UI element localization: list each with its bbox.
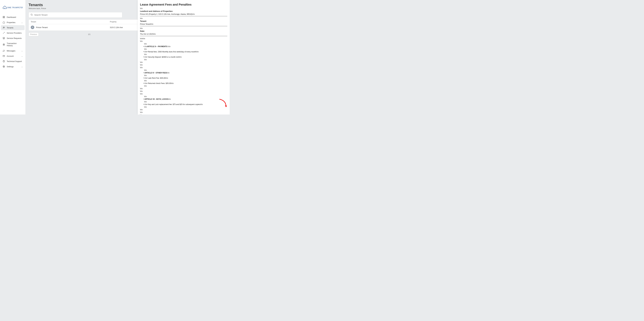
svg-marker-7: [3, 37, 5, 38]
svg-rect-4: [4, 17, 5, 18]
doc-text: \r\n: [140, 108, 227, 111]
previous-button[interactable]: Previous: [28, 32, 39, 36]
lease-agreement-panel: Lease Agreement Fees and Penalties \r\n …: [138, 0, 230, 115]
tenant-name: Prince Tenant: [36, 26, 48, 28]
svg-point-12: [4, 66, 4, 67]
sidebar: OME TRUMPETER Dashboard Properties ⌄ Ten…: [0, 0, 26, 115]
home-icon: [3, 21, 5, 23]
doc-text: \r\n: [140, 42, 227, 45]
card-icon: [3, 55, 5, 57]
users-icon: [3, 26, 5, 29]
nav-label: Dashboard: [7, 16, 16, 18]
nav-requests[interactable]: Service Requests: [1, 36, 24, 41]
doc-text: \r\n: [140, 111, 227, 114]
search-input[interactable]: [34, 14, 120, 16]
article-7-line: • \r\n• Key and Lock replacement fee: $7…: [140, 103, 227, 106]
doc-text: \r\n: [140, 27, 227, 29]
nav-label: Messages: [7, 50, 16, 52]
doc-text: \r\n: [140, 87, 227, 90]
nav-tenants[interactable]: Tenants: [1, 25, 24, 30]
nav-label: Technical Support: [7, 60, 22, 62]
doc-text: \r\n: [140, 93, 227, 95]
nav-label: Account: [7, 55, 14, 57]
search-box[interactable]: [28, 12, 122, 18]
doc-text: \r\n: [140, 66, 227, 69]
nav-providers[interactable]: Service Providers: [1, 30, 24, 35]
doc-text: \r\n: [140, 17, 227, 19]
nav-history[interactable]: Transaction History: [1, 41, 24, 48]
nav-settings[interactable]: Settings ⌄: [1, 64, 24, 69]
doc-text: \r\n: [140, 7, 227, 9]
article-4-heading: • ARTICLE IV - OTHER FEES\r\n: [140, 71, 227, 74]
panel-title: Lease Agreement Fees and Penalties: [140, 3, 227, 6]
tenant-label: Tenant:: [140, 20, 227, 22]
chevron-down-icon: ⌄: [21, 50, 23, 52]
doc-text: \r\n: [140, 79, 227, 82]
svg-rect-1: [3, 16, 4, 17]
brand-logo: OME TRUMPETER: [0, 3, 26, 15]
tenant-value: Prince Tenant\r\n: [140, 22, 227, 26]
dashboard-icon: [3, 16, 5, 18]
search-icon: [30, 13, 33, 16]
nav-support[interactable]: Technical Support: [1, 59, 24, 64]
support-icon: [3, 60, 5, 62]
article-4-line: • \r\n• Late Rent Fee: $35.00\r\n: [140, 77, 227, 79]
svg-point-6: [4, 27, 4, 28]
pagination: Previous 1/1: [28, 32, 140, 36]
date-value: Thu Oct 12 2023\r\n: [140, 32, 227, 36]
chevron-down-icon: ⌄: [21, 65, 23, 68]
nav-label: Properties: [7, 21, 16, 23]
brand-text: OME TRUMPETER: [7, 6, 23, 9]
date-label: Date:: [140, 30, 227, 32]
doc-text: \r\n\r\n: [140, 37, 227, 40]
doc-text: \r\n: [140, 95, 227, 98]
wrench-icon: [3, 32, 5, 34]
article-2-line: • \r\n• Security Deposit: $2600 or a mon…: [140, 56, 227, 58]
svg-rect-8: [3, 55, 5, 57]
nav-list: Dashboard Properties ⌄ Tenants Service P…: [0, 15, 26, 69]
svg-rect-3: [3, 17, 4, 18]
svg-point-15: [32, 27, 33, 27]
doc-text: \r\n: [140, 85, 227, 87]
nav-properties[interactable]: Properties ⌄: [1, 20, 24, 25]
bank-icon: [3, 43, 5, 46]
message-icon: [3, 50, 5, 52]
chevron-down-icon: ⌄: [21, 21, 23, 23]
nav-label: Service Providers: [7, 32, 22, 34]
nav-messages[interactable]: Messages ⌄: [1, 48, 24, 53]
svg-point-13: [31, 14, 32, 15]
article-4-line: • \r\n• Returned check Fees: $35.00\r\n: [140, 82, 227, 85]
article-2-line: • \r\n• Rental fees: 2500 Monthly dues f…: [140, 50, 227, 53]
col-tenant-header: Tenant: [31, 21, 110, 23]
doc-text: \r\n: [140, 114, 227, 115]
doc-text: \r\n: [140, 106, 227, 108]
nav-account[interactable]: Account ⌄: [1, 53, 24, 58]
nav-dashboard[interactable]: Dashboard: [1, 15, 24, 20]
svg-point-5: [3, 27, 4, 28]
article-2-heading: • \r\nARTICLE II – PAYMENTS \r\n: [140, 45, 227, 48]
doc-text: \r\n: [140, 100, 227, 103]
avatar: [31, 26, 34, 29]
doc-text: \r\n: [140, 90, 227, 93]
doc-text: \r\n: [140, 48, 227, 50]
doc-text: \r\n: [140, 69, 227, 71]
page-info: 1/1: [39, 33, 140, 35]
article-7-heading: • ARTICLE VII - KEYS; LOCKS\r\n: [140, 98, 227, 100]
doc-text: \r\n: [140, 58, 227, 61]
nav-label: Settings: [7, 65, 14, 68]
nav-label: Service Requests: [7, 37, 22, 39]
svg-line-14: [32, 15, 32, 15]
landlord-value: Prince HO (Property 2, 315 E 12th Ave, A…: [140, 12, 227, 16]
gear-icon: [3, 65, 5, 68]
doc-text: \r\n: [140, 40, 227, 42]
doc-text: \r\n: [140, 74, 227, 77]
document-body: \r\n\r\n \r\n \r\n • \r\nARTICLE II – PA…: [140, 37, 227, 115]
landlord-label: Landlord and Address of Properties:: [140, 10, 227, 12]
nav-label: Tenants: [7, 27, 14, 29]
nav-label: Transaction History: [7, 42, 23, 47]
svg-rect-2: [4, 16, 5, 17]
doc-text: \r\n: [140, 61, 227, 64]
chevron-down-icon: ⌄: [21, 55, 23, 57]
doc-text: \r\n: [140, 64, 227, 66]
stack-icon: [3, 37, 5, 39]
